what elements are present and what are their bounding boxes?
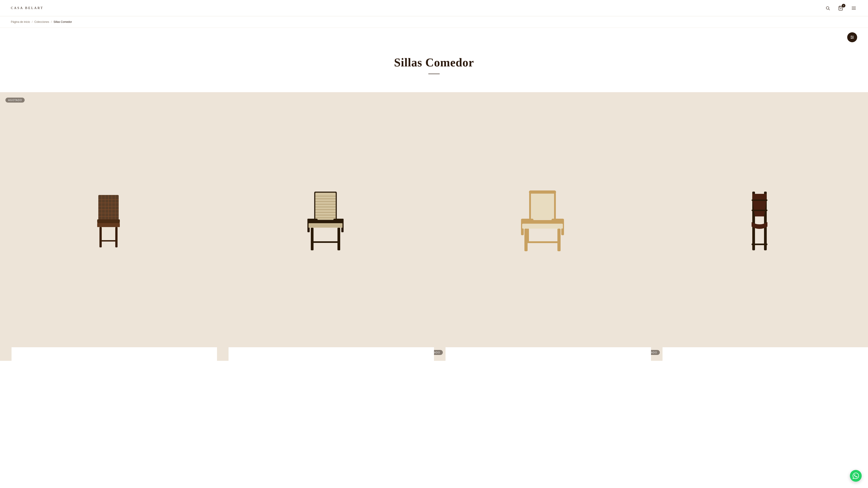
title-divider <box>428 74 440 74</box>
svg-rect-63 <box>522 224 563 229</box>
chair-illustration-1 <box>86 188 131 252</box>
breadcrumb: Página de inicio / Colecciones / Sillas … <box>0 16 868 28</box>
svg-rect-65 <box>557 229 561 251</box>
cart-button[interactable]: 0 <box>837 5 844 11</box>
search-button[interactable] <box>825 5 831 11</box>
sold-out-badge-7: AGOTADO <box>434 350 443 355</box>
product-image-2 <box>217 92 434 347</box>
breadcrumb-sep2: / <box>51 20 52 24</box>
breadcrumb-collections[interactable]: Colecciones <box>34 20 49 24</box>
logo[interactable]: CASA BELART <box>11 6 43 10</box>
whatsapp-button[interactable] <box>850 470 862 482</box>
breadcrumb-current: Sillas Comedor <box>54 20 72 24</box>
cart-count: 0 <box>842 4 845 7</box>
page-title-section: Sillas Comedor <box>0 42 868 92</box>
chair-illustration-2 <box>301 187 350 253</box>
menu-button[interactable] <box>850 5 857 11</box>
svg-line-1 <box>829 9 830 10</box>
svg-rect-31 <box>99 240 118 241</box>
menu-icon <box>851 6 856 11</box>
svg-rect-24 <box>97 219 120 223</box>
product-card-6[interactable] <box>217 347 228 361</box>
svg-rect-70 <box>752 199 767 201</box>
svg-rect-53 <box>338 228 340 250</box>
product-image-3 <box>434 92 651 347</box>
svg-rect-71 <box>752 210 767 211</box>
header-icons: 0 <box>825 5 857 11</box>
svg-rect-67 <box>527 229 529 242</box>
product-image-4 <box>651 92 868 347</box>
product-card-2[interactable] <box>217 92 434 347</box>
product-card-1[interactable]: AGOTADO <box>0 92 217 347</box>
filter-button[interactable] <box>847 32 857 42</box>
svg-rect-66 <box>524 241 561 243</box>
sold-out-badge-8: AGOTADO <box>651 350 660 355</box>
svg-rect-33 <box>315 193 336 220</box>
product-image-1 <box>0 92 217 347</box>
svg-rect-74 <box>752 243 767 245</box>
filter-icon <box>850 35 855 39</box>
svg-rect-54 <box>311 241 340 243</box>
svg-rect-64 <box>524 229 528 251</box>
page-title: Sillas Comedor <box>11 56 857 69</box>
svg-rect-47 <box>307 221 344 223</box>
product-card-7[interactable]: AGOTADO <box>434 347 445 361</box>
svg-point-9 <box>851 36 852 36</box>
product-card-5[interactable] <box>0 347 11 361</box>
product-grid: AGOTADO <box>0 92 868 361</box>
svg-rect-73 <box>764 236 767 250</box>
svg-rect-52 <box>311 228 313 250</box>
product-card-4[interactable] <box>651 92 868 347</box>
svg-rect-57 <box>529 191 556 194</box>
site-header: CASA BELART 0 <box>0 0 868 16</box>
breadcrumb-home[interactable]: Página de inicio <box>11 20 30 24</box>
svg-rect-29 <box>99 227 102 248</box>
product-list-row2: AGOTADO AGOTADO <box>0 347 868 361</box>
svg-rect-72 <box>752 236 755 250</box>
search-icon <box>826 6 830 10</box>
filter-area <box>0 28 868 42</box>
whatsapp-icon <box>852 473 859 479</box>
chair-illustration-3 <box>515 187 569 253</box>
svg-point-10 <box>852 37 853 37</box>
svg-rect-62 <box>521 221 564 224</box>
svg-rect-30 <box>115 227 118 248</box>
svg-point-11 <box>851 38 852 39</box>
product-list: AGOTADO <box>0 92 868 347</box>
sold-out-badge-1: AGOTADO <box>5 98 25 103</box>
chair-illustration-4 <box>737 187 782 253</box>
product-card-8[interactable]: AGOTADO <box>651 347 662 361</box>
svg-rect-56 <box>531 193 554 220</box>
product-card-3[interactable] <box>434 92 651 347</box>
breadcrumb-sep1: / <box>32 20 33 24</box>
